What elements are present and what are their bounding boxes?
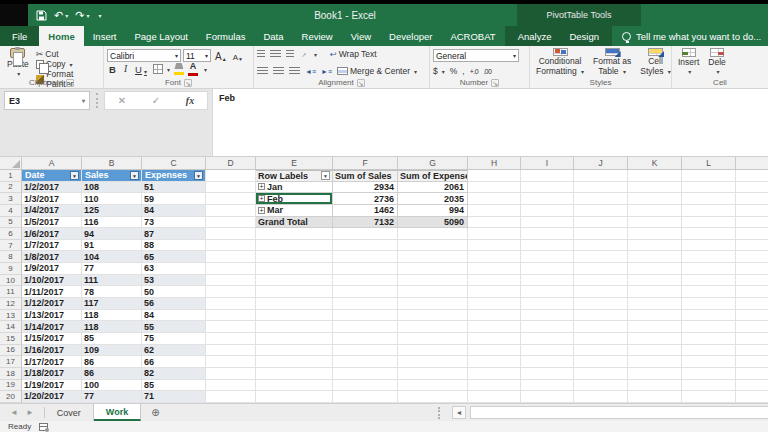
cell-J8[interactable] [574, 251, 628, 263]
expand-icon-jan[interactable]: + [258, 183, 265, 190]
row-header-11[interactable]: 11 [0, 286, 22, 298]
cell-L5[interactable] [682, 217, 736, 229]
cut-button[interactable]: ✂Cut [36, 49, 100, 59]
cell-E4[interactable]: +Mar [256, 205, 333, 217]
cell-K1[interactable] [628, 170, 682, 182]
cell-G8[interactable] [398, 251, 468, 263]
cell-F19[interactable] [333, 380, 398, 392]
cell-partial-6[interactable] [736, 228, 768, 240]
column-header-G[interactable]: G [398, 157, 468, 169]
number-format-select[interactable]: General▾ [433, 49, 519, 62]
shrink-font-button[interactable]: A▼ [231, 49, 245, 62]
align-middle-icon[interactable] [270, 50, 281, 58]
cell-E14[interactable] [256, 321, 333, 333]
cell-G6[interactable] [398, 228, 468, 240]
cell-F11[interactable] [333, 286, 398, 298]
cell-styles-button[interactable]: Cell Styles ▾ [637, 48, 674, 77]
fill-color-button[interactable] [174, 63, 184, 75]
cell-J17[interactable] [574, 356, 628, 368]
cell-F17[interactable] [333, 356, 398, 368]
cell-E13[interactable] [256, 310, 333, 322]
cell-D3[interactable] [206, 193, 256, 205]
cell-K13[interactable] [628, 310, 682, 322]
tab-formulas[interactable]: Formulas [197, 26, 255, 46]
cell-partial-8[interactable] [736, 251, 768, 263]
cell-I8[interactable] [521, 251, 574, 263]
cancel-icon[interactable]: ✕ [118, 95, 126, 106]
align-bottom-icon[interactable] [286, 50, 294, 58]
cell-H20[interactable] [468, 391, 521, 403]
cell-C7[interactable]: 88 [142, 240, 206, 252]
cell-C8[interactable]: 65 [142, 251, 206, 263]
cell-G15[interactable] [398, 333, 468, 345]
cell-A1[interactable]: Date▼ [22, 170, 82, 182]
tell-me-box[interactable]: Tell me what you want to do... [612, 26, 768, 46]
cell-D13[interactable] [206, 310, 256, 322]
row-header-18[interactable]: 18 [0, 368, 22, 380]
cell-C17[interactable]: 66 [142, 356, 206, 368]
tab-page-layout[interactable]: Page Layout [125, 26, 196, 46]
cell-D18[interactable] [206, 368, 256, 380]
cell-K7[interactable] [628, 240, 682, 252]
cell-L17[interactable] [682, 356, 736, 368]
cell-K3[interactable] [628, 193, 682, 205]
cell-K10[interactable] [628, 275, 682, 287]
tab-review[interactable]: Review [293, 26, 342, 46]
cell-H12[interactable] [468, 298, 521, 310]
cell-C16[interactable]: 62 [142, 345, 206, 357]
currency-button[interactable]: $▾ [433, 66, 445, 76]
column-header-L[interactable]: L [682, 157, 736, 169]
delete-cells-button[interactable]: Dele ▾ [705, 48, 728, 77]
cell-A13[interactable]: 1/13/2017 [22, 310, 82, 322]
tab-file[interactable]: File [0, 26, 39, 46]
cell-E19[interactable] [256, 380, 333, 392]
column-header-D[interactable]: D [206, 157, 256, 169]
cell-J16[interactable] [574, 345, 628, 357]
cell-J9[interactable] [574, 263, 628, 275]
cell-G20[interactable] [398, 391, 468, 403]
cell-J20[interactable] [574, 391, 628, 403]
format-as-table-button[interactable]: Format as Table ▾ [590, 48, 634, 77]
cell-E3[interactable]: +Feb [256, 193, 333, 205]
cell-A2[interactable]: 1/2/2017 [22, 182, 82, 194]
cell-E17[interactable] [256, 356, 333, 368]
cell-A20[interactable]: 1/20/2017 [22, 391, 82, 403]
cell-I15[interactable] [521, 333, 574, 345]
cell-I9[interactable] [521, 263, 574, 275]
cell-G12[interactable] [398, 298, 468, 310]
cell-A9[interactable]: 1/9/2017 [22, 263, 82, 275]
cell-partial-7[interactable] [736, 240, 768, 252]
row-header-15[interactable]: 15 [0, 333, 22, 345]
tab-scroll-split-handle[interactable] [438, 407, 440, 419]
cell-E7[interactable] [256, 240, 333, 252]
borders-button[interactable]: ▾ [153, 64, 170, 74]
cell-G3[interactable]: 2035 [398, 193, 468, 205]
cell-B7[interactable]: 91 [82, 240, 142, 252]
cell-J1[interactable] [574, 170, 628, 182]
cell-partial-14[interactable] [736, 321, 768, 333]
font-dialog-launcher[interactable]: ↘ [184, 79, 192, 87]
cell-B3[interactable]: 110 [82, 193, 142, 205]
cell-D20[interactable] [206, 391, 256, 403]
column-header-H[interactable]: H [468, 157, 521, 169]
grow-font-button[interactable]: A▲ [213, 49, 229, 62]
cell-D19[interactable] [206, 380, 256, 392]
cell-B4[interactable]: 125 [82, 205, 142, 217]
column-header-C[interactable]: C [142, 157, 206, 169]
cell-C5[interactable]: 73 [142, 217, 206, 229]
cell-D1[interactable] [206, 170, 256, 182]
italic-button[interactable]: I [122, 64, 129, 74]
cell-G4[interactable]: 994 [398, 205, 468, 217]
cell-D5[interactable] [206, 217, 256, 229]
cell-J4[interactable] [574, 205, 628, 217]
align-left-icon[interactable] [257, 67, 268, 75]
cell-G11[interactable] [398, 286, 468, 298]
cell-I6[interactable] [521, 228, 574, 240]
column-header-B[interactable]: B [82, 157, 142, 169]
cell-A14[interactable]: 1/14/2017 [22, 321, 82, 333]
cell-E15[interactable] [256, 333, 333, 345]
cell-G18[interactable] [398, 368, 468, 380]
cell-C19[interactable]: 85 [142, 380, 206, 392]
row-header-1[interactable]: 1 [0, 170, 22, 182]
row-header-10[interactable]: 10 [0, 275, 22, 287]
